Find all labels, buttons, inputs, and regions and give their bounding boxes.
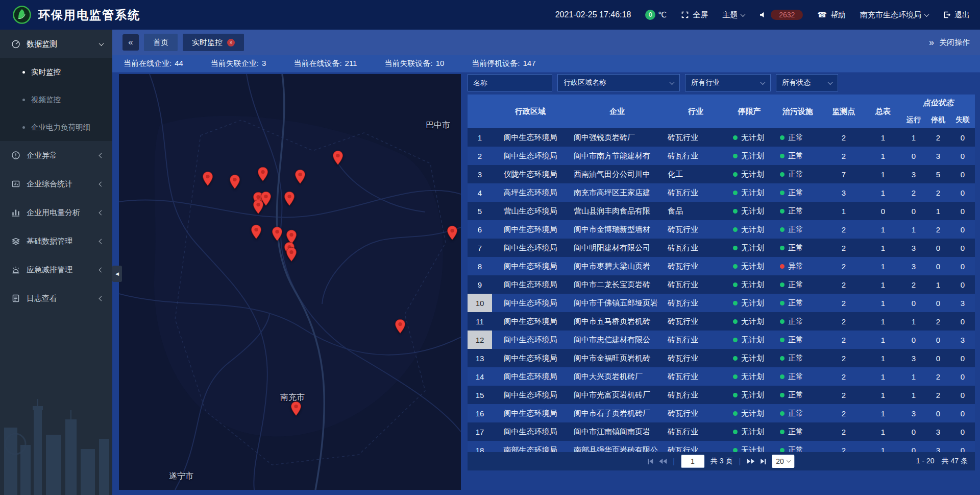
table-row[interactable]: 1 阆中生态环境局 阆中强锐页岩砖厂 砖瓦行业 无计划 [468,128,975,147]
cell-limit-status: 无计划 [726,225,773,234]
table-row[interactable]: 16 阆中生态环境局 阆中市石子页岩机砖厂 砖瓦行业 无计划 [468,404,975,422]
stats-bar: 当前在线企业: 44 当前失联企业: 3 当前在线设备: 211 当前失联设备:… [112,55,980,73]
table-row[interactable]: 6 阆中生态环境局 阆中市金博瑞新型墙材 砖瓦行业 无计划 [468,220,975,239]
enterprise-table: 行政区域 企业 行业 停限产 治污设施 监测点 总表 点位状态 运行 停机 失联 [468,95,975,452]
close-tab-icon[interactable]: × [227,39,235,46]
cell-company: 阆中市千佛镇五郎垭页岩 [569,298,666,308]
alerts-indicator[interactable]: 2632 [759,10,803,20]
cell-region: 阆中生态环境局 [492,427,569,437]
map-pin-icon[interactable] [253,199,264,214]
industry-filter-select[interactable]: 所有行业 [685,74,771,91]
table-row[interactable]: 15 阆中生态环境局 阆中市光富页岩机砖厂 砖瓦行业 无计划 [468,386,975,404]
sidebar-item-enterprise-statistics[interactable]: 企业综合统计 [0,170,112,198]
map-pin-icon[interactable] [257,167,268,181]
map-pin-icon[interactable] [229,174,240,189]
fullscreen-button[interactable]: 全屏 [681,10,708,20]
cell-total-meters: 1 [865,225,901,234]
map-pin-icon[interactable] [290,401,302,416]
row-index: 1 [468,128,492,147]
prev-page-button[interactable] [659,459,667,464]
map-pin-icon[interactable] [332,150,344,165]
tab-realtime-monitor[interactable]: 实时监控 × [183,34,244,51]
table-row[interactable]: 11 阆中生态环境局 阆中市五马桥页岩机砖 砖瓦行业 无计划 [468,312,975,331]
table-row[interactable]: 10 阆中生态环境局 阆中市千佛镇五郎垭页岩 砖瓦行业 无计划 [468,294,975,312]
cell-limit-status: 无计划 [726,427,773,437]
table-body: 1 阆中生态环境局 阆中强锐页岩砖厂 砖瓦行业 无计划 [468,128,975,452]
collapse-panel-button[interactable]: ◀ [112,266,122,282]
col-limit-status: 停限产 [726,95,773,128]
region-filter-select[interactable]: 行政区域名称 [557,74,680,91]
status-filter-select[interactable]: 所有状态 [776,74,838,91]
cell-disconnected: 0 [950,188,975,197]
status-text: 正常 [788,390,803,400]
sidebar-item-video-monitor[interactable]: 视频监控 [0,86,112,113]
sidebar-item-log-view[interactable]: 日志查看 [0,284,112,313]
status-dot-icon [780,264,785,269]
table-row[interactable]: 3 仪陇生态环境局 西南油气田分公司川中 化工 无计划 [468,165,975,183]
table-row[interactable]: 18 南部生态环境局 南部县强华页岩砖有限公 砖瓦行业 无计划 [468,441,975,452]
cell-index: 8 [468,257,492,275]
sidebar-item-enterprise-abnormal[interactable]: 企业异常 [0,141,112,170]
sidebar-item-data-monitoring[interactable]: 数据监测 [0,30,112,58]
cell-limit-status: 无计划 [726,409,773,418]
status-dot-icon [780,209,785,214]
status-dot-icon [733,374,738,379]
sidebar-item-power-usage-analysis[interactable]: 企业用电量分析 [0,198,112,227]
status-text: 正常 [788,445,803,453]
close-operations-button[interactable]: 关闭操作 [939,38,970,48]
table-row[interactable]: 17 阆中生态环境局 阆中市江南镇阆南页岩 砖瓦行业 无计划 [468,422,975,441]
map-pin-icon[interactable] [447,225,458,240]
cell-monitor-points: 2 [823,133,865,142]
table-row[interactable]: 2 阆中生态环境局 阆中市南方节能建材有 砖瓦行业 无计划 [468,147,975,165]
help-button[interactable]: ☎ 帮助 [817,10,846,20]
table-row[interactable]: 4 高坪生态环境局 南充市高坪区王家店建 砖瓦行业 无计划 [468,183,975,202]
sidebar-item-realtime-monitor[interactable]: 实时监控 [0,58,112,86]
sidebar-item-power-load-detail[interactable]: 企业电力负荷明细 [0,113,112,141]
map-pin-icon[interactable] [395,319,406,334]
map-pin-icon[interactable] [202,171,213,186]
map-pin-icon[interactable] [251,224,262,239]
cell-facility-status: 正常 [773,206,823,216]
table-row[interactable]: 9 阆中生态环境局 阆中市二龙长宝页岩砖 砖瓦行业 无计划 [468,275,975,294]
scroll-tabs-left-button[interactable]: « [122,34,139,51]
name-filter-input[interactable] [468,74,552,91]
first-page-button[interactable] [648,459,653,464]
table-row[interactable]: 7 阆中生态环境局 阆中明阳建材有限公司 砖瓦行业 无计划 [468,239,975,257]
stat-value: 44 [175,59,183,68]
status-dot-icon [733,135,738,140]
sidebar-item-emergency-reduction[interactable]: 应急减排管理 [0,255,112,284]
table-row[interactable]: 8 阆中生态环境局 阆中市枣碧大梁山页岩 砖瓦行业 无计划 [468,257,975,275]
stat-label: 当前在线设备: [293,59,341,68]
cell-company: 阆中大兴页岩机砖厂 [569,372,666,382]
table-row[interactable]: 12 阆中生态环境局 阆中市忠信建材有限公 砖瓦行业 无计划 [468,331,975,349]
last-page-button[interactable] [761,459,766,464]
map-pin-icon[interactable] [286,247,297,262]
page-number-input[interactable] [681,455,704,468]
map-pin-icon[interactable] [295,169,306,184]
map-panel[interactable]: 巴中市 南充市 遂宁市 [119,74,461,490]
status-text: 无计划 [741,225,764,234]
cell-industry: 食品 [666,206,726,216]
theme-menu[interactable]: 主题 [722,10,745,20]
page-size-select[interactable]: 20 [772,455,795,468]
cell-facility-status: 正常 [773,280,823,290]
status-dot-icon [733,172,738,177]
sidebar-item-base-data-management[interactable]: 基础数据管理 [0,227,112,255]
separator: | [739,457,741,465]
logout-button[interactable]: 退出 [943,10,970,20]
map-pin-icon[interactable] [284,191,295,206]
scroll-tabs-right-button[interactable]: » [929,34,934,51]
status-text: 正常 [788,409,803,418]
tab-home[interactable]: 首页 [144,34,178,51]
next-page-button[interactable] [747,459,754,464]
table-row[interactable]: 14 阆中生态环境局 阆中大兴页岩机砖厂 砖瓦行业 无计划 [468,367,975,386]
status-text: 无计划 [741,243,764,253]
cell-disconnected: 0 [950,225,975,234]
org-menu[interactable]: 南充市生态环境局 [860,10,928,20]
cell-disconnected: 0 [950,170,975,179]
table-row[interactable]: 5 营山生态环境局 营山县润丰肉食品有限 食品 无计划 [468,202,975,220]
map-pin-icon[interactable] [272,226,283,241]
table-row[interactable]: 13 阆中生态环境局 阆中市金福旺页岩机砖 砖瓦行业 无计划 [468,349,975,367]
bullet-icon [22,126,25,129]
cell-stopped: 2 [926,133,950,142]
